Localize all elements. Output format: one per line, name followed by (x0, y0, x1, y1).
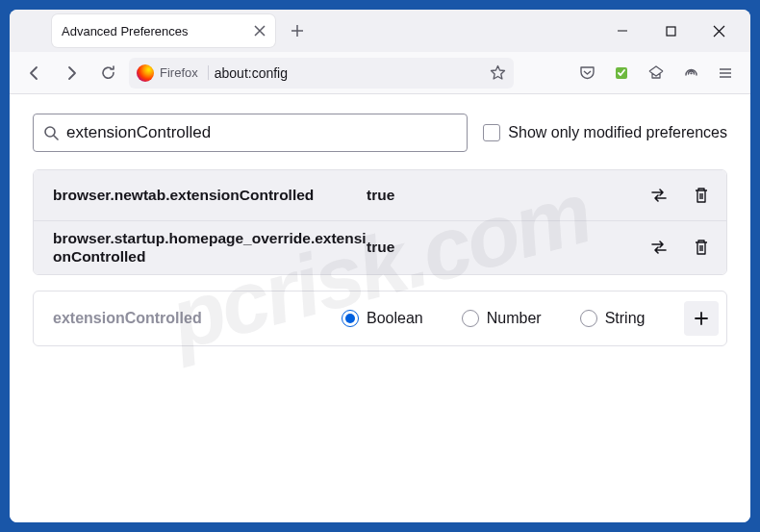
radio-label: Boolean (367, 310, 423, 327)
titlebar: Advanced Preferences (10, 10, 750, 52)
radio-icon (462, 310, 479, 327)
new-pref-name: extensionControlled (53, 310, 342, 327)
pref-name: browser.startup.homepage_override.extens… (53, 229, 367, 266)
identity-label: Firefox (160, 65, 209, 80)
close-tab-icon[interactable] (254, 25, 266, 37)
pref-value: true (367, 239, 642, 256)
delete-button[interactable] (684, 230, 719, 265)
browser-window: Advanced Preferences (10, 10, 750, 522)
pref-name: browser.newtab.extensionControlled (53, 186, 367, 204)
firefox-logo-icon (137, 64, 154, 82)
search-box[interactable] (33, 114, 468, 152)
radio-label: Number (487, 310, 542, 327)
pocket-button[interactable] (571, 58, 602, 89)
tab-title: Advanced Preferences (62, 24, 189, 38)
add-pref-row: extensionControlled Boolean Number Strin… (33, 291, 727, 346)
results-table: browser.newtab.extensionControlled true … (33, 169, 727, 275)
search-icon (43, 125, 59, 140)
table-row[interactable]: browser.newtab.extensionControlled true (34, 170, 726, 221)
url-text: about:config (215, 65, 484, 81)
app-menu-button[interactable] (710, 58, 741, 89)
pref-value: true (367, 187, 642, 204)
maximize-button[interactable] (656, 16, 685, 45)
reload-button[interactable] (92, 58, 123, 89)
radio-label: String (605, 310, 646, 327)
radio-number[interactable]: Number (462, 310, 542, 327)
search-input[interactable] (66, 123, 457, 142)
toggle-button[interactable] (642, 178, 676, 213)
forward-button[interactable] (56, 58, 87, 89)
about-config-content: Show only modified preferences browser.n… (10, 94, 750, 522)
checkbox-icon (483, 124, 500, 141)
radio-icon (580, 310, 597, 327)
svg-rect-0 (667, 27, 675, 36)
add-button[interactable] (684, 301, 719, 336)
url-bar[interactable]: Firefox about:config (129, 58, 514, 89)
nav-toolbar: Firefox about:config (10, 52, 750, 94)
close-window-button[interactable] (704, 16, 733, 45)
show-modified-label: Show only modified preferences (508, 124, 727, 141)
back-button[interactable] (19, 58, 50, 89)
search-row: Show only modified preferences (33, 114, 727, 152)
row-actions (642, 178, 719, 213)
radio-icon (342, 310, 359, 327)
radio-string[interactable]: String (580, 310, 646, 327)
new-tab-button[interactable] (283, 16, 312, 45)
radio-boolean[interactable]: Boolean (342, 310, 423, 327)
minimize-button[interactable] (608, 16, 637, 45)
window-controls (608, 16, 747, 45)
table-row[interactable]: browser.startup.homepage_override.extens… (34, 221, 726, 274)
show-modified-toggle[interactable]: Show only modified preferences (483, 124, 727, 141)
account-button[interactable] (641, 58, 671, 89)
bookmark-star-icon[interactable] (490, 64, 506, 81)
extension-button[interactable] (606, 58, 637, 89)
row-actions (642, 230, 719, 265)
browser-tab[interactable]: Advanced Preferences (52, 14, 275, 47)
toggle-button[interactable] (642, 230, 676, 265)
protections-button[interactable] (675, 58, 706, 89)
delete-button[interactable] (684, 178, 719, 213)
type-radio-group: Boolean Number String (342, 310, 684, 327)
